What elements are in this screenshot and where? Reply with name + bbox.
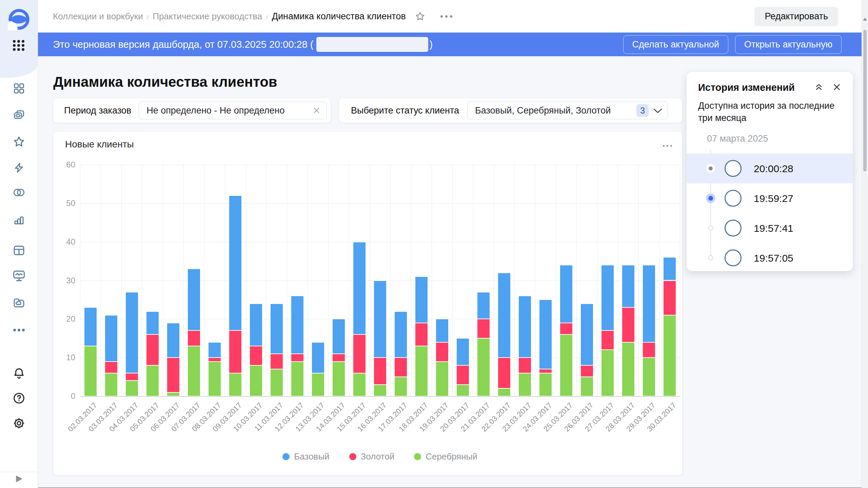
bar-segment[interactable] (312, 342, 324, 373)
bar-segment[interactable] (477, 292, 490, 319)
bar-segment[interactable] (270, 369, 283, 396)
breadcrumb-item[interactable]: Практические руководства (153, 11, 262, 21)
bar-segment[interactable] (332, 362, 345, 396)
bar-segment[interactable] (291, 362, 304, 396)
bar-segment[interactable] (643, 358, 655, 396)
bar-segment[interactable] (622, 342, 635, 396)
bar-segment[interactable] (291, 354, 304, 362)
history-entry-row[interactable]: 19:57:05 (687, 243, 853, 273)
bar-segment[interactable] (518, 296, 531, 358)
bar-segment[interactable] (125, 292, 138, 373)
bar-segment[interactable] (374, 281, 387, 358)
bar-segment[interactable] (167, 323, 180, 358)
legend-item[interactable]: Серебряный (414, 451, 477, 462)
bar-segment[interactable] (229, 330, 242, 373)
bar-segment[interactable] (394, 311, 407, 358)
timeline-radio-icon[interactable] (708, 255, 713, 260)
notifications-bell-icon[interactable] (0, 367, 38, 380)
bar-segment[interactable] (250, 365, 262, 396)
bar-segment[interactable] (477, 319, 490, 338)
period-filter-input[interactable]: Не определено - Не определено ✕ (139, 102, 327, 119)
bar-segment[interactable] (456, 385, 469, 396)
bar-segment[interactable] (394, 358, 407, 377)
bar-segment[interactable] (270, 354, 283, 369)
bar-segment[interactable] (436, 362, 449, 396)
bar-segment[interactable] (601, 265, 614, 331)
bar-segment[interactable] (188, 269, 200, 330)
storage-folder-icon[interactable] (0, 297, 38, 308)
status-filter-select[interactable]: Базовый, Серебряный, Золотой 3 (467, 102, 668, 119)
bar-segment[interactable] (622, 307, 635, 342)
bar-segment[interactable] (332, 319, 345, 353)
scrollbar-thumb[interactable] (863, 30, 867, 171)
bar-segment[interactable] (539, 373, 552, 396)
bar-segment[interactable] (105, 362, 118, 373)
bar-segment[interactable] (498, 273, 511, 358)
breadcrumb-item[interactable]: Динамика количества клиентов (272, 11, 406, 21)
bar-segment[interactable] (663, 257, 676, 280)
bar-segment[interactable] (353, 373, 366, 396)
bar-segment[interactable] (580, 377, 593, 396)
scroll-up-arrow-icon[interactable] (863, 18, 867, 21)
bar-segment[interactable] (229, 373, 242, 396)
clear-filter-icon[interactable]: ✕ (307, 105, 327, 116)
make-actual-button[interactable]: Сделать актуальной (623, 35, 728, 54)
bar-segment[interactable] (539, 369, 552, 373)
legend-item[interactable]: Базовый (282, 451, 329, 462)
bar-segment[interactable] (250, 304, 262, 346)
monitoring-icon[interactable] (0, 269, 38, 282)
bar-segment[interactable] (125, 373, 138, 381)
more-dots-icon[interactable] (0, 328, 38, 332)
bar-segment[interactable] (146, 365, 159, 396)
bar-segment[interactable] (84, 346, 97, 396)
bar-segment[interactable] (456, 338, 469, 365)
bar-segment[interactable] (643, 265, 655, 342)
bar-segment[interactable] (560, 265, 573, 323)
bar-segment[interactable] (436, 342, 449, 362)
expand-play-icon[interactable] (0, 474, 38, 483)
bar-segment[interactable] (84, 307, 97, 346)
bar-segment[interactable] (146, 334, 159, 365)
bar-segment[interactable] (374, 358, 387, 385)
bar-segment[interactable] (188, 330, 200, 346)
bar-segment[interactable] (518, 358, 531, 373)
open-actual-button[interactable]: Открыть актуальную (735, 35, 842, 54)
bar-segment[interactable] (208, 342, 221, 358)
bar-segment[interactable] (580, 304, 593, 365)
bar-segment[interactable] (643, 342, 655, 358)
edit-button[interactable]: Редактировать (754, 7, 838, 26)
editor-lightning-icon[interactable] (0, 162, 38, 174)
bar-segment[interactable] (374, 385, 387, 396)
bar-segment[interactable] (353, 334, 366, 373)
bar-segment[interactable] (146, 311, 159, 334)
bar-segment[interactable] (415, 346, 428, 396)
bar-segment[interactable] (270, 304, 283, 354)
datalens-logo[interactable] (0, 8, 38, 30)
legend-item[interactable]: Золотой (349, 451, 395, 462)
bar-segment[interactable] (105, 315, 118, 362)
timeline-radio-icon[interactable] (706, 194, 715, 203)
bar-segment[interactable] (291, 296, 304, 354)
bar-segment[interactable] (622, 265, 635, 307)
window-scrollbar[interactable] (862, 0, 868, 488)
bar-segment[interactable] (188, 346, 200, 396)
chart-menu-icon[interactable] (663, 145, 672, 147)
history-entry-row[interactable]: 19:59:27 (687, 183, 853, 213)
favorite-star-icon[interactable] (415, 11, 426, 22)
bar-segment[interactable] (498, 388, 511, 396)
breadcrumb-more-icon[interactable] (440, 15, 452, 18)
bar-segment[interactable] (539, 300, 552, 369)
bar-segment[interactable] (229, 196, 242, 330)
bar-segment[interactable] (498, 358, 511, 388)
history-entry-row[interactable]: 19:57:41 (687, 213, 853, 243)
bar-segment[interactable] (167, 392, 180, 396)
settings-gear-icon[interactable] (0, 417, 38, 430)
bar-segment[interactable] (353, 242, 366, 334)
bar-segment[interactable] (332, 354, 345, 362)
bar-segment[interactable] (208, 358, 221, 361)
timeline-radio-icon[interactable] (706, 164, 715, 173)
bar-segment[interactable] (105, 373, 118, 396)
collections-icon[interactable] (0, 82, 38, 95)
bar-segment[interactable] (560, 323, 573, 334)
bar-segment[interactable] (663, 315, 676, 396)
